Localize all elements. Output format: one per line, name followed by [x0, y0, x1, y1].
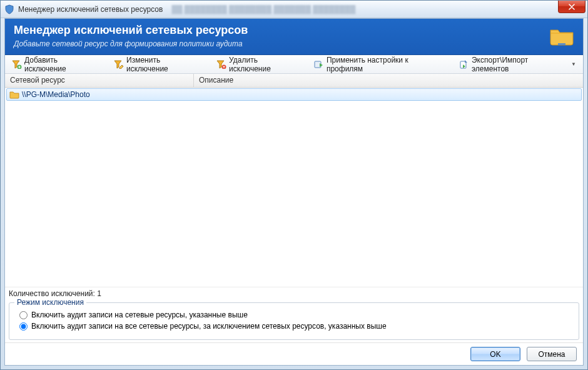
- exclusion-mode-group: Режим исключения Включить аудит записи н…: [9, 302, 579, 340]
- banner-title: Менеджер исключений сетевых ресурсов: [14, 24, 248, 37]
- toolbar-label: Экспорт\Импорт элементов: [472, 56, 567, 73]
- ok-button[interactable]: OK: [470, 347, 520, 361]
- count-label: Количество исключений:: [9, 289, 95, 298]
- grid-header-resource[interactable]: Сетевой ресурс: [5, 74, 194, 87]
- add-exception-button[interactable]: Добавить исключение: [8, 53, 106, 76]
- grid-body[interactable]: \\PG-M\Media\Photo: [5, 88, 583, 287]
- window-title: Менеджер исключений сетевых ресурсов: [18, 5, 163, 14]
- radio-input[interactable]: [19, 311, 28, 319]
- button-bar: OK Отмена: [5, 342, 583, 365]
- banner-subtitle: Добавьте сетевой ресурс для формирования…: [14, 39, 248, 48]
- funnel-delete-icon: [216, 59, 226, 69]
- close-button[interactable]: [558, 1, 585, 13]
- radio-label: Включить аудит записи на все сетевые рес…: [31, 322, 387, 331]
- toolbar-label: Изменить исключение: [126, 56, 204, 73]
- mode-option-include-listed[interactable]: Включить аудит записи на сетевые ресурсы…: [19, 311, 569, 319]
- titlebar[interactable]: Менеджер исключений сетевых ресурсов ██ …: [1, 1, 587, 18]
- grid-row[interactable]: \\PG-M\Media\Photo: [6, 88, 582, 101]
- group-legend: Режим исключения: [14, 298, 86, 307]
- grid-header-description[interactable]: Описание: [194, 74, 583, 87]
- radio-label: Включить аудит записи на сетевые ресурсы…: [31, 311, 248, 319]
- edit-exception-button[interactable]: Изменить исключение: [109, 53, 208, 76]
- exception-count: Количество исключений: 1: [5, 287, 583, 300]
- toolbar: Добавить исключение Изменить исключение …: [5, 55, 583, 74]
- close-icon: [569, 4, 575, 10]
- folder-icon: [9, 90, 19, 100]
- count-value: 1: [97, 289, 101, 298]
- window-title-blurred: ██ ████████ ████████ ███████ ████████: [171, 5, 355, 14]
- grid-header: Сетевой ресурс Описание: [5, 74, 583, 88]
- mode-option-exclude-listed[interactable]: Включить аудит записи на все сетевые рес…: [19, 322, 569, 331]
- delete-exception-button[interactable]: Удалить исключение: [212, 53, 306, 76]
- svg-rect-0: [558, 43, 565, 45]
- grid-cell-resource: \\PG-M\Media\Photo: [22, 90, 201, 99]
- toolbar-label: Добавить исключение: [24, 56, 101, 73]
- export-import-button[interactable]: Экспорт\Импорт элементов ▼: [455, 53, 580, 76]
- radio-input[interactable]: [19, 322, 28, 331]
- funnel-edit-icon: [114, 59, 124, 69]
- chevron-down-icon: ▼: [571, 61, 576, 67]
- toolbar-label: Применить настройки к профилям: [327, 56, 447, 73]
- client-area: Менеджер исключений сетевых ресурсов Доб…: [4, 18, 584, 366]
- funnel-add-icon: [12, 59, 22, 69]
- app-shield-icon: [4, 4, 14, 14]
- apply-icon: [314, 59, 324, 69]
- apply-to-profiles-button[interactable]: Применить настройки к профилям: [310, 53, 451, 76]
- window-frame: Менеджер исключений сетевых ресурсов ██ …: [0, 0, 588, 370]
- export-import-icon: [459, 59, 469, 69]
- banner-folder-icon: [549, 25, 574, 48]
- toolbar-label: Удалить исключение: [229, 56, 302, 73]
- banner: Менеджер исключений сетевых ресурсов Доб…: [5, 19, 583, 55]
- cancel-button[interactable]: Отмена: [527, 347, 577, 361]
